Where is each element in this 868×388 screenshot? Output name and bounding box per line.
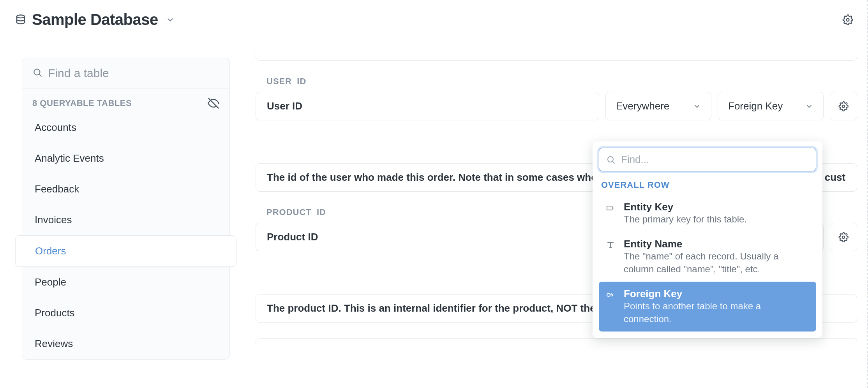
sidebar-item-accounts[interactable]: Accounts	[22, 112, 229, 143]
popover-search-input[interactable]	[621, 153, 809, 166]
chevron-down-icon	[805, 102, 813, 110]
field-tech-name: USER_ID	[266, 76, 857, 86]
sidebar-item-reviews[interactable]: Reviews	[22, 328, 229, 359]
field-settings-button[interactable]	[830, 92, 857, 120]
svg-point-12	[607, 293, 610, 296]
option-title: Entity Key	[624, 201, 747, 213]
field-display-name-input[interactable]	[256, 223, 599, 251]
svg-point-6	[842, 236, 845, 238]
search-icon	[32, 67, 42, 79]
popover-search-row[interactable]	[599, 148, 816, 171]
settings-button[interactable]	[842, 14, 853, 25]
svg-line-3	[39, 74, 41, 76]
select-value: Foreign Key	[728, 100, 783, 112]
gear-icon	[838, 101, 849, 111]
svg-point-0	[17, 15, 25, 18]
tables-heading-row: 8 QUERYABLE TABLES	[22, 89, 229, 112]
option-subtitle: The primary key for this table.	[624, 213, 747, 226]
database-icon	[15, 14, 26, 26]
table-search-input[interactable]	[48, 67, 219, 80]
option-title: Entity Name	[624, 238, 811, 250]
svg-point-1	[847, 18, 849, 21]
sidebar-item-people[interactable]: People	[22, 267, 229, 298]
option-subtitle: Points to another table to make a connec…	[624, 300, 811, 325]
sidebar-item-products[interactable]: Products	[22, 298, 229, 328]
table-search-row[interactable]	[22, 58, 229, 89]
popover-section-label: OVERALL ROW	[601, 180, 814, 190]
semantic-type-option-entity-name[interactable]: Entity NameThe "name" of each record. Us…	[599, 232, 816, 282]
page-header: Sample Database	[15, 11, 853, 28]
chevron-down-icon[interactable]	[164, 13, 177, 26]
label-icon	[604, 201, 617, 213]
semantic-type-popover: OVERALL ROW Entity KeyThe primary key fo…	[593, 141, 822, 338]
header-title-group[interactable]: Sample Database	[15, 11, 177, 28]
text-icon	[604, 238, 617, 250]
sidebar-item-invoices[interactable]: Invoices	[22, 205, 229, 235]
table-sidebar: 8 QUERYABLE TABLES AccountsAnalytic Even…	[22, 58, 230, 360]
tables-heading: 8 QUERYABLE TABLES	[32, 98, 132, 108]
sidebar-item-analytic-events[interactable]: Analytic Events	[22, 143, 229, 174]
field-settings-button[interactable]	[830, 223, 857, 251]
option-title: Foreign Key	[624, 288, 811, 300]
sidebar-item-orders[interactable]: Orders	[15, 235, 236, 267]
visibility-toggle-icon[interactable]	[208, 97, 219, 109]
search-icon	[606, 155, 616, 164]
field-semantic-type-select[interactable]: Foreign Key	[718, 92, 824, 120]
page-title: Sample Database	[32, 11, 158, 28]
gear-icon	[838, 232, 849, 242]
semantic-type-option-entity-key[interactable]: Entity KeyThe primary key for this table…	[599, 195, 816, 232]
table-list: AccountsAnalytic EventsFeedbackInvoicesO…	[22, 112, 229, 359]
field-visibility-select[interactable]: Everywhere	[605, 92, 711, 120]
field-controls-row: EverywhereForeign Key	[256, 92, 857, 120]
semantic-type-option-foreign-key[interactable]: Foreign KeyPoints to another table to ma…	[599, 282, 816, 332]
previous-card-edge	[256, 55, 857, 61]
field-display-name-input[interactable]	[256, 92, 599, 120]
connection-icon	[604, 288, 617, 300]
next-card-edge	[256, 338, 857, 344]
semantic-type-list: Entity KeyThe primary key for this table…	[599, 195, 816, 332]
svg-point-5	[842, 105, 845, 108]
svg-line-8	[613, 161, 614, 163]
option-subtitle: The "name" of each record. Usually a col…	[624, 250, 811, 275]
select-value: Everywhere	[616, 100, 669, 112]
svg-point-7	[608, 157, 613, 162]
chevron-down-icon	[693, 102, 701, 110]
sidebar-item-feedback[interactable]: Feedback	[22, 174, 229, 205]
svg-point-2	[34, 69, 40, 75]
